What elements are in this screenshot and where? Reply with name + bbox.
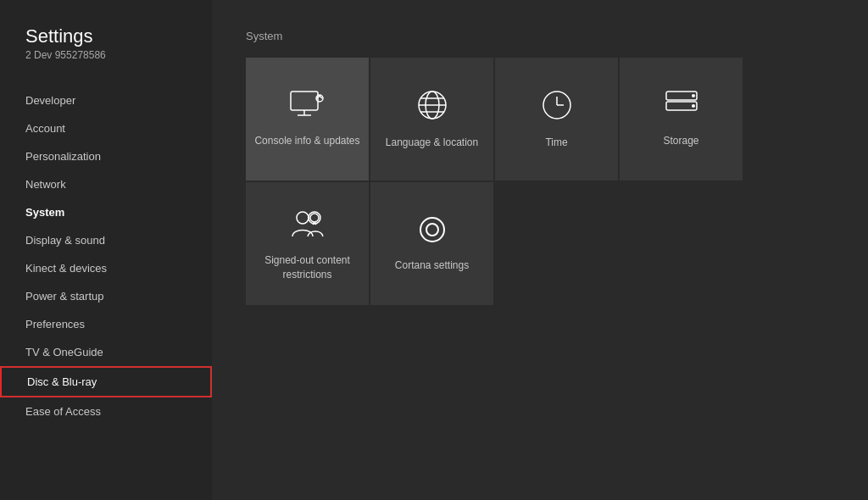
sidebar-item-display-sound[interactable]: Display & sound [0, 226, 212, 254]
cortana-label: Cortana settings [395, 258, 469, 273]
console-info-label: Console info & updates [254, 134, 359, 148]
sidebar-item-developer[interactable]: Developer [0, 86, 212, 114]
tile-console-info[interactable]: Console info & updates [246, 58, 369, 181]
svg-point-16 [297, 212, 309, 224]
storage-icon [663, 90, 700, 124]
sidebar-item-ease-of-access[interactable]: Ease of Access [0, 397, 212, 425]
section-label: System [246, 30, 834, 42]
svg-point-18 [310, 214, 319, 222]
tiles-grid: Console info & updates Language & locati… [246, 58, 834, 305]
tile-signed-out[interactable]: Signed-out content restrictions [246, 182, 369, 305]
sidebar-item-tv-oneguide[interactable]: TV & OneGuide [0, 338, 212, 366]
tile-cortana[interactable]: Cortana settings [370, 182, 493, 305]
storage-label: Storage [663, 134, 698, 148]
svg-point-15 [692, 104, 695, 108]
time-label: Time [545, 136, 567, 150]
svg-rect-0 [291, 92, 318, 110]
tile-storage[interactable]: Storage [620, 58, 743, 181]
cortana-icon [417, 214, 448, 248]
sidebar-item-personalization[interactable]: Personalization [0, 142, 212, 170]
signed-out-label: Signed-out content restrictions [254, 253, 360, 282]
language-location-icon [415, 88, 449, 125]
console-info-icon [287, 90, 328, 124]
language-location-label: Language & location [386, 136, 478, 150]
sidebar-subtitle: 2 Dev 955278586 [25, 49, 186, 61]
svg-point-14 [692, 94, 695, 97]
sidebar-header: Settings 2 Dev 955278586 [0, 25, 212, 86]
time-icon [540, 88, 574, 125]
svg-point-22 [426, 224, 438, 236]
svg-point-21 [420, 218, 444, 242]
sidebar-title: Settings [25, 25, 186, 47]
sidebar-item-account[interactable]: Account [0, 114, 212, 142]
sidebar-item-preferences[interactable]: Preferences [0, 310, 212, 338]
sidebar: Settings 2 Dev 955278586 DeveloperAccoun… [0, 0, 212, 500]
tile-time[interactable]: Time [495, 58, 618, 181]
sidebar-nav: DeveloperAccountPersonalizationNetworkSy… [0, 86, 212, 425]
tile-language-location[interactable]: Language & location [370, 58, 493, 181]
sidebar-item-kinect-devices[interactable]: Kinect & devices [0, 254, 212, 282]
signed-out-icon [289, 206, 326, 243]
sidebar-item-disc-bluray[interactable]: Disc & Blu-ray [0, 366, 212, 397]
sidebar-item-network[interactable]: Network [0, 170, 212, 198]
main-content: System Console info & updates Language &… [212, 0, 868, 500]
sidebar-item-power-startup[interactable]: Power & startup [0, 282, 212, 310]
sidebar-item-system[interactable]: System [0, 198, 212, 226]
